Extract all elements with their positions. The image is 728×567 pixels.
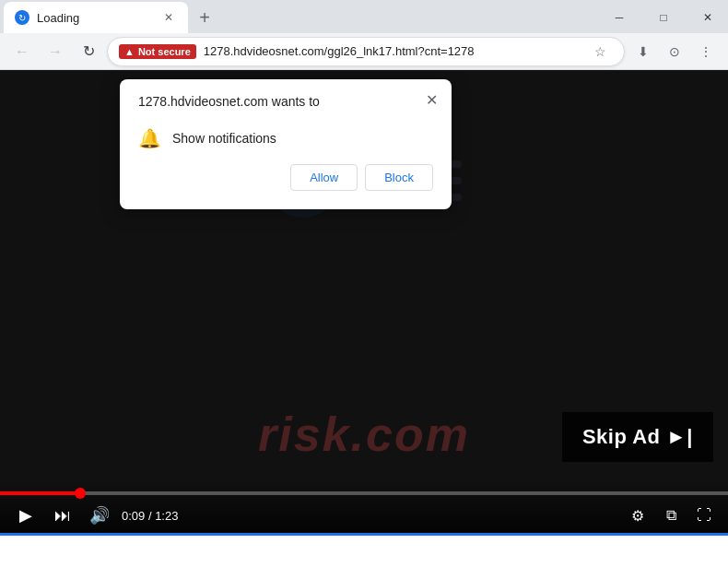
bookmark-button[interactable]: ☆ [587,39,613,65]
notification-icon: 🔔 [138,127,161,149]
tab-close-button[interactable]: ✕ [160,9,177,26]
back-button[interactable]: ← [7,37,37,66]
dialog-title: 1278.hdvideosnet.com wants to [138,94,433,109]
active-tab[interactable]: ↻ Loading ✕ [4,2,188,33]
profile-button[interactable]: ⊙ [660,37,689,66]
next-button[interactable]: ⏭ [48,501,77,530]
reload-button[interactable]: ↻ [74,37,103,66]
dialog-close-button[interactable]: ✕ [420,89,442,111]
not-secure-label: Not secure [138,46,191,57]
progress-bar[interactable] [0,491,728,495]
maximize-button[interactable]: □ [643,5,684,30]
watermark-text: risk.com [258,407,470,462]
time-display: 0:09 / 1:23 [122,509,178,523]
video-controls: ▶ ⏭ 🔊 0:09 / 1:23 ⚙ ⧉ ⛶ [0,480,728,536]
allow-button[interactable]: Allow [290,164,358,191]
close-button[interactable]: ✕ [687,5,728,30]
permission-label: Show notifications [172,131,276,146]
toolbar-icons: ⬇ ⊙ ⋮ [628,37,721,66]
omnibox-actions: ☆ [587,39,613,65]
url-text: 1278.hdvideosnet.com/ggl26_lnk17.html?cn… [204,44,580,58]
security-indicator: ▲ Not secure [119,44,196,59]
fullscreen-button[interactable]: ⛶ [691,502,717,528]
content-area: risk.com Skip Ad ►| ▶ ⏭ 🔊 0:09 / 1:23 ⚙ … [0,70,728,536]
download-button[interactable]: ⬇ [628,37,658,66]
settings-button[interactable]: ⚙ [625,502,651,528]
controls-row: ▶ ⏭ 🔊 0:09 / 1:23 ⚙ ⧉ ⛶ [0,495,728,536]
block-button[interactable]: Block [365,164,433,191]
dialog-buttons: Allow Block [138,164,433,191]
forward-button[interactable]: → [41,37,70,66]
menu-button[interactable]: ⋮ [691,37,721,66]
volume-button[interactable]: 🔊 [85,501,114,530]
miniplayer-button[interactable]: ⧉ [658,502,684,528]
progress-dot [75,488,86,499]
dialog-permission-row: 🔔 Show notifications [138,124,433,164]
window-controls: ─ □ ✕ [599,5,728,30]
omnibox-bar: ← → ↻ ▲ Not secure 1278.hdvideosnet.com/… [0,33,728,70]
blue-bottom-bar [0,533,728,536]
skip-ad-button[interactable]: Skip Ad ►| [562,412,713,462]
new-tab-button[interactable]: + [192,5,217,30]
warning-icon: ▲ [124,46,135,57]
permission-dialog: ✕ 1278.hdvideosnet.com wants to 🔔 Show n… [120,79,452,209]
tab-title: Loading [37,11,153,25]
play-button[interactable]: ▶ [11,501,41,530]
tab-bar: ↻ Loading ✕ + ─ □ ✕ [0,0,728,33]
address-bar[interactable]: ▲ Not secure 1278.hdvideosnet.com/ggl26_… [107,37,625,66]
minimize-button[interactable]: ─ [599,5,640,30]
tab-favicon-icon: ↻ [15,10,29,25]
progress-fill [0,491,80,495]
